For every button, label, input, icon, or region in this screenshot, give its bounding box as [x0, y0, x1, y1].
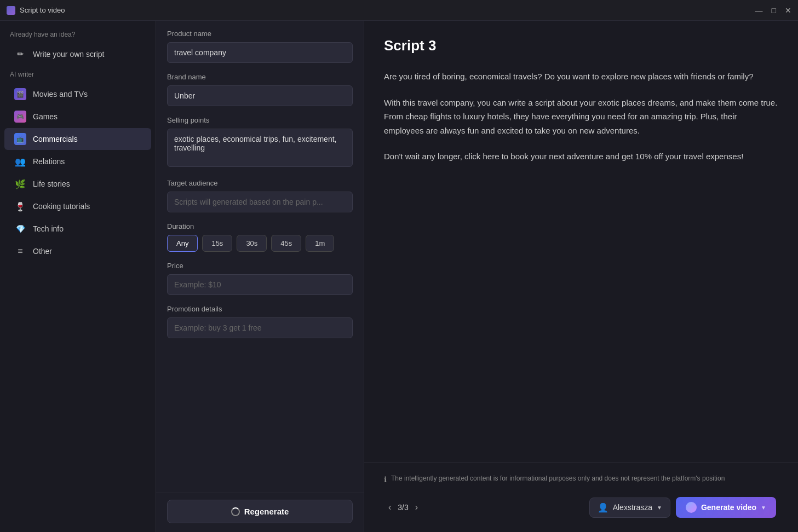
- duration-buttons: Any 15s 30s 45s 1m: [167, 235, 353, 252]
- promotion-group: Promotion details: [167, 305, 353, 338]
- maximize-button[interactable]: □: [772, 6, 776, 15]
- pagination-display: 3/3: [398, 503, 408, 512]
- app-icon: [7, 6, 15, 15]
- regenerate-spinner: [231, 507, 240, 516]
- commercials-icon: 📺: [14, 133, 26, 145]
- sidebar-section-ai: AI writer: [0, 71, 156, 83]
- sidebar: Already have an idea? ✏ Write your own s…: [0, 21, 156, 532]
- regenerate-button[interactable]: Regenerate: [167, 500, 353, 523]
- user-button[interactable]: 👤 Alexstrasza ▼: [589, 498, 670, 518]
- disclaimer-section: ℹ The intelligently generated content is…: [375, 469, 787, 491]
- sidebar-item-write-own-label: Write your own script: [33, 50, 104, 59]
- next-script-button[interactable]: ›: [413, 500, 420, 514]
- script-paragraph-1: Are you tired of boring, economical trav…: [384, 70, 778, 84]
- form-scroll-area: Product name Brand name Selling points e…: [156, 21, 364, 493]
- generate-video-icon: [686, 502, 697, 513]
- duration-label: Duration: [167, 222, 353, 230]
- sidebar-item-tech[interactable]: 💎 Tech info: [4, 218, 151, 240]
- regenerate-label: Regenerate: [244, 507, 289, 516]
- generate-video-button[interactable]: Generate video ▼: [676, 497, 776, 518]
- sidebar-item-other[interactable]: ≡ Other: [4, 240, 151, 262]
- sidebar-item-movies-label: Movies and TVs: [33, 90, 88, 99]
- generate-video-label: Generate video: [701, 503, 756, 512]
- generate-chevron-icon: ▼: [761, 505, 766, 511]
- info-icon: ℹ: [384, 475, 387, 484]
- target-audience-group: Target audience: [167, 179, 353, 212]
- sidebar-item-games[interactable]: 🎮 Games: [4, 106, 151, 128]
- other-icon: ≡: [14, 245, 26, 257]
- app-title: Script to video: [20, 6, 755, 14]
- product-name-group: Product name: [167, 30, 353, 63]
- duration-15s-button[interactable]: 15s: [202, 235, 232, 252]
- relations-icon: 👥: [14, 155, 26, 167]
- sidebar-item-commercials[interactable]: 📺 Commercials: [4, 128, 151, 150]
- brand-name-input[interactable]: [167, 85, 353, 106]
- main-layout: Already have an idea? ✏ Write your own s…: [0, 21, 798, 532]
- form-panel: Product name Brand name Selling points e…: [156, 21, 364, 532]
- disclaimer-text: The intelligently generated content is f…: [391, 475, 725, 482]
- sidebar-item-relations-label: Relations: [33, 157, 65, 166]
- selling-points-label: Selling points: [167, 116, 353, 124]
- close-button[interactable]: ✕: [785, 6, 791, 15]
- target-audience-input[interactable]: [167, 192, 353, 212]
- duration-any-button[interactable]: Any: [167, 235, 198, 252]
- user-icon: 👤: [598, 502, 608, 513]
- minimize-button[interactable]: —: [755, 6, 763, 15]
- sidebar-item-life-stories[interactable]: 🌿 Life stories: [4, 173, 151, 195]
- script-nav-arrows: ‹ 3/3 ›: [386, 500, 420, 514]
- games-icon: 🎮: [14, 111, 26, 123]
- script-paragraph-3: Don't wait any longer, click here to boo…: [384, 149, 778, 164]
- price-input[interactable]: [167, 274, 353, 295]
- brand-name-group: Brand name: [167, 73, 353, 106]
- promotion-input[interactable]: [167, 317, 353, 338]
- movies-icon: 🎬: [14, 88, 26, 100]
- cooking-icon: 🍷: [14, 200, 26, 212]
- sidebar-item-cooking[interactable]: 🍷 Cooking tutorials: [4, 195, 151, 217]
- window-controls: — □ ✕: [755, 6, 791, 15]
- life-stories-icon: 🌿: [14, 178, 26, 190]
- duration-45s-button[interactable]: 45s: [271, 235, 301, 252]
- target-audience-label: Target audience: [167, 179, 353, 187]
- product-name-label: Product name: [167, 30, 353, 38]
- sidebar-item-other-label: Other: [33, 247, 52, 256]
- prev-script-button[interactable]: ‹: [386, 500, 393, 514]
- sidebar-item-games-label: Games: [33, 112, 58, 121]
- tech-icon: 💎: [14, 223, 26, 235]
- sidebar-item-relations[interactable]: 👥 Relations: [4, 151, 151, 172]
- price-group: Price: [167, 262, 353, 295]
- selling-points-input[interactable]: exotic places, economical trips, fun, ex…: [167, 129, 353, 167]
- sidebar-item-movies[interactable]: 🎬 Movies and TVs: [4, 83, 151, 105]
- product-name-input[interactable]: [167, 42, 353, 63]
- sidebar-item-tech-label: Tech info: [33, 224, 64, 233]
- script-body: Are you tired of boring, economical trav…: [384, 70, 778, 164]
- promotion-label: Promotion details: [167, 305, 353, 313]
- selling-points-group: Selling points exotic places, economical…: [167, 116, 353, 169]
- brand-name-label: Brand name: [167, 73, 353, 81]
- nav-controls-right: 👤 Alexstrasza ▼ Generate video ▼: [589, 497, 776, 518]
- title-bar: Script to video — □ ✕: [0, 0, 798, 21]
- sidebar-item-write-own[interactable]: ✏ Write your own script: [4, 43, 151, 65]
- script-content-area: Script 3 Are you tired of boring, econom…: [364, 21, 798, 462]
- script-footer: ℹ The intelligently generated content is…: [364, 462, 798, 532]
- user-name: Alexstrasza: [613, 503, 652, 512]
- price-label: Price: [167, 262, 353, 270]
- sidebar-section-ideas: Already have an idea?: [0, 31, 156, 43]
- script-panel: Script 3 Are you tired of boring, econom…: [364, 21, 798, 532]
- duration-1m-button[interactable]: 1m: [306, 235, 334, 252]
- regenerate-btn-row: Regenerate: [156, 493, 364, 532]
- script-title: Script 3: [384, 37, 778, 54]
- duration-30s-button[interactable]: 30s: [237, 235, 267, 252]
- sidebar-item-cooking-label: Cooking tutorials: [33, 202, 90, 211]
- user-chevron-icon: ▼: [657, 505, 662, 511]
- sidebar-item-life-stories-label: Life stories: [33, 180, 70, 188]
- sidebar-item-commercials-label: Commercials: [33, 135, 78, 143]
- script-paragraph-2: With this travel company, you can write …: [384, 96, 778, 138]
- duration-group: Duration Any 15s 30s 45s 1m: [167, 222, 353, 252]
- script-nav-row: ‹ 3/3 › 👤 Alexstrasza ▼ Generate video ▼: [375, 491, 787, 525]
- pencil-icon: ✏: [14, 48, 26, 60]
